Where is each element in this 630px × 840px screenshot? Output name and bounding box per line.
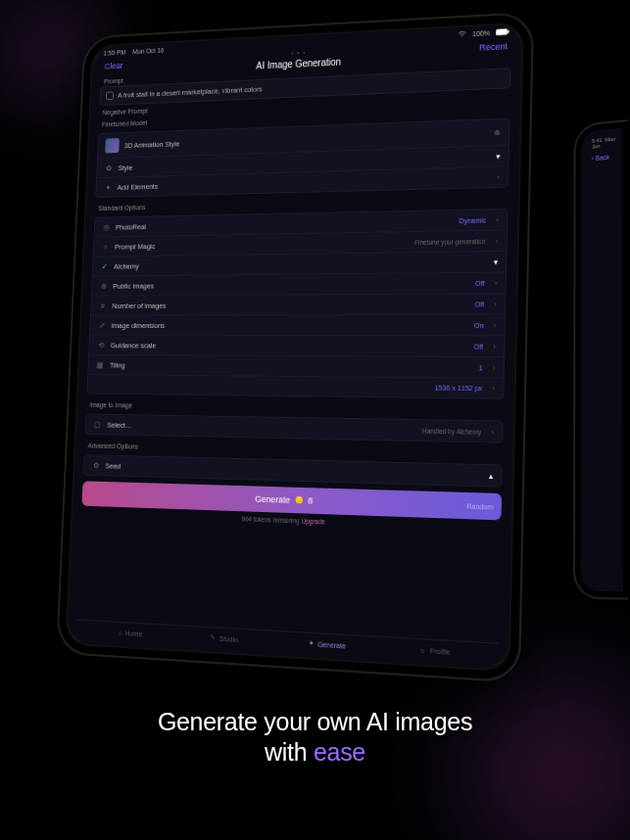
chevron-down-icon: ▾ bbox=[494, 257, 498, 266]
tab-bar: ⌂ Home ✎ Studio ✦ Generate ☺ Profile bbox=[75, 619, 498, 665]
chevron-right-icon: › bbox=[496, 215, 499, 224]
chevron-down-icon: ▾ bbox=[496, 152, 500, 161]
wifi-icon bbox=[458, 30, 466, 37]
brush-icon: ✎ bbox=[210, 633, 216, 641]
globe-icon: ⊕ bbox=[99, 281, 108, 291]
public-images-row[interactable]: ⊕ Public images Off › bbox=[92, 271, 506, 295]
generate-label: Generate bbox=[255, 494, 290, 505]
prompt-text: A fruit stall in a desert marketplace, v… bbox=[118, 85, 263, 100]
grid-icon: ▦ bbox=[96, 360, 105, 370]
finetuned-group: 3D Animation Style ⊗ ✿ Style ▾ ✦ Add Ele… bbox=[95, 118, 509, 198]
photoreal-value: Dynamic bbox=[460, 216, 487, 224]
tablet-frame: 1:55 PM Mon Oct 16 100% • • • Clear Rece… bbox=[56, 12, 534, 683]
image-dimensions-label: Image dimensions bbox=[112, 320, 469, 329]
image-icon bbox=[106, 91, 114, 100]
chevron-right-icon: › bbox=[491, 427, 494, 436]
image-dimensions-value: On bbox=[474, 321, 484, 328]
sparkle-icon: ✦ bbox=[103, 182, 112, 192]
standard-options-group: ◎ PhotoReal Dynamic › ✧ Prompt Magic Fin… bbox=[86, 209, 508, 399]
hash-icon: # bbox=[98, 301, 107, 310]
number-images-label: Number of images bbox=[112, 300, 468, 309]
generate-count: 8 bbox=[308, 495, 313, 505]
slider-icon: ⟲ bbox=[96, 340, 105, 350]
chevron-up-icon: ▴ bbox=[489, 471, 493, 481]
battery-percent: 100% bbox=[472, 29, 490, 37]
content-scroll[interactable]: Prompt A fruit stall in a desert marketp… bbox=[74, 55, 521, 488]
guidance-scale-row[interactable]: ⟲ Guidance scale Off › bbox=[89, 335, 504, 356]
clear-button[interactable]: Clear bbox=[104, 61, 122, 70]
tab-studio[interactable]: ✎ Studio bbox=[210, 633, 237, 643]
upgrade-link[interactable]: Upgrade bbox=[302, 517, 325, 525]
style-icon: ✿ bbox=[104, 163, 113, 173]
tab-generate-label: Generate bbox=[317, 640, 346, 649]
hero-line-2a: with bbox=[265, 738, 314, 766]
tiling-value: 1 bbox=[479, 364, 483, 371]
select-image-label: Select… bbox=[107, 420, 416, 435]
hero-line-2: with ease bbox=[0, 737, 630, 768]
select-image-row[interactable]: ▢ Select… Handled by Alchemy › bbox=[86, 414, 503, 442]
coin-icon: 🪙 bbox=[295, 496, 304, 504]
chevron-right-icon: › bbox=[494, 320, 497, 329]
chevron-right-icon: › bbox=[494, 300, 497, 308]
dimensions-readout: 1536 x 1152 px bbox=[435, 384, 483, 392]
camera-icon: ◎ bbox=[102, 222, 111, 232]
chevron-right-icon: › bbox=[495, 278, 498, 287]
tab-generate[interactable]: ✦ Generate bbox=[308, 639, 346, 650]
tiling-label: Tiling bbox=[110, 360, 473, 372]
tab-profile[interactable]: ☺ Profile bbox=[419, 646, 451, 656]
tokens-text: 964 tokens remaining bbox=[241, 515, 300, 524]
phone-frame: 9:41 Mon Jun ‹ Back bbox=[573, 119, 628, 599]
profile-icon: ☺ bbox=[419, 646, 426, 654]
add-elements-label: Add Elements bbox=[118, 172, 492, 191]
tablet-screen: 1:55 PM Mon Oct 16 100% • • • Clear Rece… bbox=[67, 23, 521, 670]
tab-home-label: Home bbox=[125, 630, 142, 637]
photoreal-label: PhotoReal bbox=[116, 216, 454, 231]
sparkle-icon: ✦ bbox=[308, 639, 314, 648]
hero-accent: ease bbox=[314, 738, 365, 766]
tab-profile-label: Profile bbox=[430, 647, 450, 656]
chevron-right-icon: › bbox=[497, 172, 500, 181]
tab-home[interactable]: ⌂ Home bbox=[118, 629, 142, 637]
seed-icon: ⚙ bbox=[91, 460, 100, 470]
chevron-left-icon: ‹ bbox=[592, 155, 594, 162]
chevron-right-icon: › bbox=[493, 342, 496, 350]
home-icon: ⌂ bbox=[118, 629, 121, 635]
chevron-right-icon: › bbox=[492, 384, 495, 393]
svg-rect-1 bbox=[508, 30, 509, 33]
back-label: Back bbox=[596, 154, 609, 162]
random-button[interactable]: Random bbox=[466, 502, 493, 510]
wand-icon: ✧ bbox=[101, 242, 110, 252]
number-images-row[interactable]: # Number of images Off › bbox=[91, 293, 506, 315]
image-dimensions-row[interactable]: ⤢ Image dimensions On › bbox=[90, 314, 505, 336]
chevron-right-icon: › bbox=[496, 236, 499, 245]
guidance-scale-value: Off bbox=[474, 343, 484, 350]
alchemy-label: Alchemy bbox=[114, 257, 488, 270]
expand-icon: ⤢ bbox=[97, 320, 106, 330]
status-date: Mon Oct 16 bbox=[132, 47, 164, 55]
public-images-value: Off bbox=[475, 279, 485, 286]
select-image-sub: Handled by Alchemy bbox=[422, 427, 481, 435]
hero-line-1: Generate your own AI images bbox=[0, 707, 630, 737]
prompt-magic-sub: Finetune your generation bbox=[414, 237, 486, 245]
number-images-value: Off bbox=[475, 301, 485, 307]
check-icon: ✓ bbox=[100, 261, 109, 271]
tab-studio-label: Studio bbox=[219, 634, 238, 642]
image-to-image-label: Image to Image bbox=[86, 397, 504, 416]
seed-row[interactable]: ⚙ Seed Off ▴ bbox=[84, 455, 502, 487]
drag-handle-icon[interactable]: • • • bbox=[291, 49, 306, 57]
dimensions-readout-row: 1536 x 1152 px › bbox=[87, 374, 503, 398]
status-time: 1:55 PM bbox=[103, 49, 125, 57]
prompt-magic-label: Prompt Magic bbox=[115, 238, 409, 251]
battery-icon bbox=[496, 28, 509, 36]
back-button[interactable]: ‹ Back bbox=[586, 147, 616, 167]
recent-button[interactable]: Recent bbox=[479, 41, 508, 52]
public-images-label: Public images bbox=[113, 278, 469, 290]
guidance-scale-label: Guidance scale bbox=[111, 341, 468, 350]
hero-text: Generate your own AI images with ease bbox=[0, 707, 630, 769]
model-thumbnail-icon bbox=[105, 138, 120, 154]
phone-screen: 9:41 Mon Jun ‹ Back bbox=[582, 130, 620, 590]
svg-rect-0 bbox=[496, 28, 508, 35]
close-icon[interactable]: ⊗ bbox=[494, 127, 501, 136]
seed-label: Seed bbox=[105, 461, 483, 480]
image-icon: ▢ bbox=[93, 419, 102, 429]
